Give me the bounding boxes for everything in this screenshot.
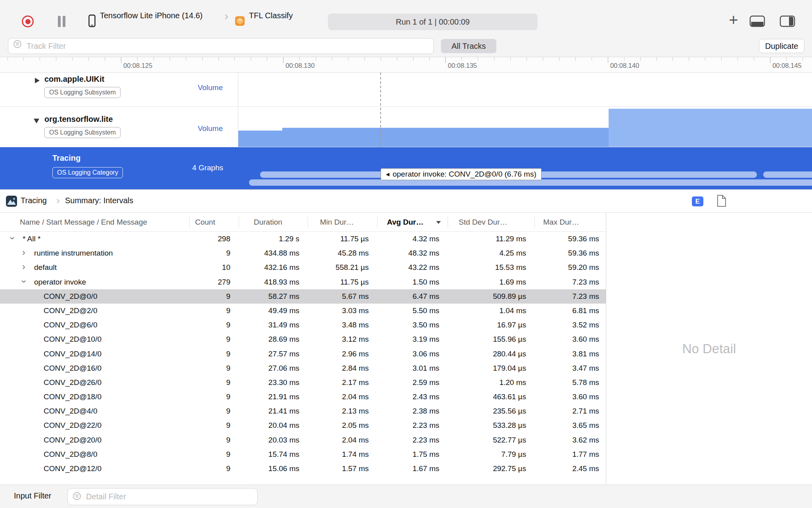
ruler-tick-icon	[575, 57, 576, 61]
ruler-tick-icon	[234, 57, 235, 61]
cell-std_dev: 179.04 µs	[448, 361, 526, 375]
track-org-tensorflow-lite[interactable]: org.tensorflow.lite OS Logging Subsystem…	[0, 107, 812, 147]
cell-duration: 27.06 ms	[239, 361, 299, 375]
table-row[interactable]: ›default10432.16 ms558.21 µs43.22 ms15.5…	[0, 260, 606, 275]
track-name: com.apple.UIKit	[44, 75, 104, 84]
cell-max: 5.78 ms	[534, 375, 599, 390]
track-graph-area[interactable]	[238, 107, 812, 147]
table-row[interactable]: CONV_2D@18/0921.91 ms2.04 ms2.43 ms463.6…	[0, 390, 606, 404]
table-row[interactable]: CONV_2D@10/0928.69 ms3.12 ms3.19 ms155.9…	[0, 332, 606, 346]
column-divider[interactable]	[308, 217, 308, 228]
filter-icon	[72, 491, 82, 502]
column-avg-dur[interactable]: Avg Dur…	[387, 218, 423, 227]
row-disclosure-icon[interactable]: ›	[6, 237, 19, 240]
timeline-ruler[interactable]: 00:08.12500:08.13000:08.13500:08.14000:0…	[0, 57, 812, 73]
track-graph-area[interactable]	[238, 73, 812, 106]
cell-count: 9	[189, 347, 230, 361]
all-tracks-button[interactable]: All Tracks	[441, 39, 496, 53]
table-row[interactable]: ›* All *2981.29 s11.75 µs4.32 ms11.29 ms…	[0, 232, 606, 246]
track-badge: OS Logging Subsystem	[44, 127, 121, 138]
toggle-right-pane-button[interactable]	[779, 15, 796, 29]
cell-std_dev: 7.79 µs	[448, 447, 526, 462]
table-row[interactable]: CONV_2D@14/0927.57 ms2.96 ms3.06 ms280.4…	[0, 347, 606, 361]
table-row[interactable]: CONV_2D@12/0915.06 ms1.57 ms1.67 ms292.7…	[0, 462, 606, 476]
ruler-tick-icon	[478, 57, 478, 61]
filter-icon	[13, 39, 22, 50]
add-instrument-button[interactable]: +	[724, 10, 743, 29]
cell-avg: 1.75 ms	[377, 447, 439, 462]
disclosure-collapsed-icon[interactable]	[35, 78, 40, 83]
cell-count: 9	[189, 304, 230, 318]
toggle-bottom-pane-button[interactable]	[749, 15, 766, 29]
cell-min: 558.21 µs	[308, 260, 369, 275]
column-divider[interactable]	[189, 217, 190, 228]
table-row[interactable]: ›runtime instrumentation9434.88 ms45.28 …	[0, 246, 606, 260]
table-row[interactable]: CONV_2D@20/0920.03 ms2.04 ms2.23 ms522.7…	[0, 433, 606, 447]
ruler-tick-icon	[170, 57, 170, 61]
row-disclosure-icon[interactable]: ›	[17, 280, 31, 283]
column-divider[interactable]	[448, 217, 448, 228]
cell-std_dev: 463.61 µs	[448, 390, 526, 404]
cell-max: 7.23 ms	[534, 289, 599, 304]
row-name: CONV_2D@0/0	[44, 289, 97, 304]
target-device[interactable]: Tensorflow Lite iPhone (14.6)	[100, 11, 203, 20]
ruler-tick-icon	[348, 57, 349, 61]
table-row[interactable]: CONV_2D@2/0949.49 ms3.03 ms5.50 ms1.04 m…	[0, 304, 606, 318]
column-max-dur[interactable]: Max Dur…	[543, 218, 579, 227]
volume-graph-bar	[238, 131, 282, 147]
column-min-dur[interactable]: Min Dur…	[320, 218, 354, 227]
cell-duration: 1.29 s	[239, 232, 299, 246]
row-name: operator invoke	[34, 275, 86, 289]
ruler-time-label: 00:08.125	[123, 62, 152, 69]
cell-min: 2.04 ms	[308, 390, 369, 404]
column-divider[interactable]	[534, 217, 535, 228]
track-filter-input[interactable]	[8, 38, 434, 54]
playhead-line[interactable]	[380, 73, 381, 147]
row-disclosure-icon[interactable]: ›	[22, 246, 25, 259]
breadcrumb-current[interactable]: Summary: Intervals	[65, 196, 133, 205]
table-row[interactable]: CONV_2D@8/0915.74 ms1.74 ms1.75 ms7.79 µ…	[0, 447, 606, 462]
events-mode-button[interactable]: E	[692, 196, 703, 206]
ruler-tick-icon	[186, 57, 186, 61]
detail-filter-input[interactable]	[67, 488, 258, 505]
table-row[interactable]: CONV_2D@4/0921.41 ms2.13 ms2.38 ms235.56…	[0, 404, 606, 418]
interval-capsule[interactable]	[763, 171, 812, 178]
breadcrumb-root[interactable]: Tracing	[21, 196, 47, 205]
column-std-dev-dur[interactable]: Std Dev Dur…	[459, 218, 507, 227]
cell-min: 3.48 ms	[308, 318, 369, 332]
cell-count: 298	[189, 232, 230, 246]
table-row[interactable]: CONV_2D@22/0920.04 ms2.05 ms2.23 ms533.2…	[0, 418, 606, 433]
target-app[interactable]: TFL Classify	[249, 11, 293, 20]
cell-avg: 2.59 ms	[377, 375, 439, 390]
cell-avg: 6.47 ms	[377, 289, 439, 304]
track-tracing-selected[interactable]: Tracing OS Logging Category 4 Graphs ◀ o…	[0, 147, 812, 189]
cell-name: CONV_2D@14/0	[0, 347, 189, 361]
column-duration[interactable]: Duration	[254, 218, 282, 227]
cell-std_dev: 11.29 ms	[448, 232, 526, 246]
column-name[interactable]: Name / Start Message / End Message	[20, 218, 147, 227]
column-count[interactable]: Count	[195, 218, 215, 227]
column-divider[interactable]	[377, 217, 377, 228]
row-name: CONV_2D@22/0	[44, 418, 102, 433]
track-graph-area[interactable]: ◀ operator invoke: CONV_2D@0/0 (6.76 ms)	[238, 147, 812, 189]
table-row[interactable]: CONV_2D@0/0958.27 ms5.67 ms6.47 ms509.89…	[0, 289, 606, 304]
column-divider[interactable]	[239, 217, 239, 228]
cell-avg: 2.23 ms	[377, 433, 439, 447]
record-button[interactable]	[22, 15, 34, 27]
interval-capsule[interactable]	[249, 179, 812, 186]
iphone-device-icon	[88, 14, 96, 29]
disclosure-expanded-icon[interactable]	[34, 119, 39, 123]
duplicate-button[interactable]: Duplicate	[759, 39, 804, 53]
sort-direction-icon[interactable]	[436, 221, 441, 224]
document-button[interactable]	[716, 194, 727, 208]
cell-min: 45.28 ms	[308, 246, 369, 260]
table-row[interactable]: ›operator invoke279418.93 ms11.75 µs1.50…	[0, 275, 606, 289]
row-disclosure-icon[interactable]: ›	[22, 260, 25, 273]
track-com-apple-uikit[interactable]: com.apple.UIKit OS Logging Subsystem Vol…	[0, 73, 812, 107]
cell-name: CONV_2D@26/0	[0, 375, 189, 390]
pause-button[interactable]	[57, 16, 67, 27]
track-label: Tracing OS Logging Category 4 Graphs	[0, 147, 238, 189]
table-row[interactable]: CONV_2D@26/0923.30 ms2.17 ms2.59 ms1.20 …	[0, 375, 606, 390]
table-row[interactable]: CONV_2D@16/0927.06 ms2.84 ms3.01 ms179.0…	[0, 361, 606, 375]
table-row[interactable]: CONV_2D@6/0931.49 ms3.48 ms3.50 ms16.97 …	[0, 318, 606, 332]
